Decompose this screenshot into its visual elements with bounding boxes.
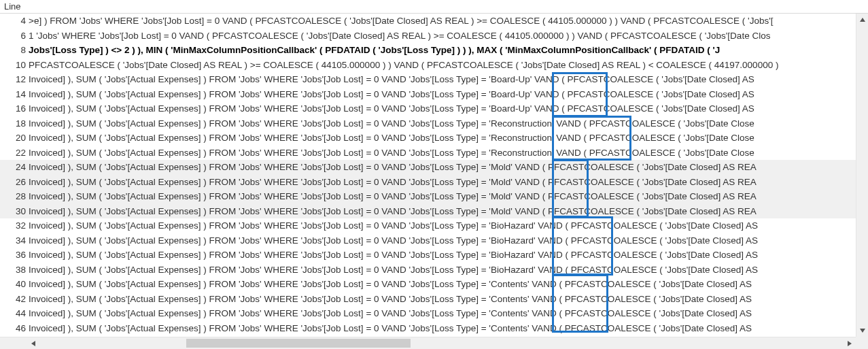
line-text: Invoiced] ), SUM ( 'Jobs'[Actual Expense…: [29, 292, 752, 307]
line-text: PFCASTCOALESCE ( 'Jobs'[Date Closed] AS …: [29, 58, 778, 73]
line-number: 28: [1, 189, 26, 204]
line-number: 10: [1, 58, 26, 73]
line-number: 22: [1, 146, 26, 161]
line-number: 38: [1, 263, 26, 278]
line-number: 40: [1, 277, 26, 292]
column-header-line[interactable]: Line: [0, 0, 868, 14]
vertical-scrollbar[interactable]: [856, 14, 868, 337]
line-number: 42: [1, 292, 26, 307]
scroll-left-arrow-icon[interactable]: [27, 337, 39, 349]
line-text: Invoiced] ), SUM ( 'Jobs'[Actual Expense…: [29, 189, 757, 204]
line-text: Invoiced] ), SUM ( 'Jobs'[Actual Expense…: [29, 306, 752, 321]
line-text: Jobs'[Loss Type] ) <> 2 ) ), MIN ( 'MinM…: [29, 43, 720, 58]
code-row[interactable]: 22Invoiced] ), SUM ( 'Jobs'[Actual Expen…: [0, 146, 856, 161]
line-text: Invoiced] ), SUM ( 'Jobs'[Actual Expense…: [29, 72, 754, 87]
scroll-corner: [856, 337, 868, 349]
line-number: 12: [1, 72, 26, 87]
line-number: 14: [1, 87, 26, 102]
line-text: Invoiced] ), SUM ( 'Jobs'[Actual Expense…: [29, 218, 758, 233]
code-row[interactable]: 26Invoiced] ), SUM ( 'Jobs'[Actual Expen…: [0, 175, 856, 190]
code-row[interactable]: 32Invoiced] ), SUM ( 'Jobs'[Actual Expen…: [0, 218, 856, 233]
line-number: 16: [1, 101, 26, 116]
line-text: Invoiced] ), SUM ( 'Jobs'[Actual Expense…: [29, 248, 758, 263]
line-number: 32: [1, 218, 26, 233]
code-row[interactable]: 36Invoiced] ), SUM ( 'Jobs'[Actual Expen…: [0, 248, 856, 263]
line-text: 1 'Jobs' WHERE 'Jobs'[Job Lost] = 0 VAND…: [29, 29, 770, 44]
line-number: 44: [1, 306, 26, 321]
code-row[interactable]: 30Invoiced] ), SUM ( 'Jobs'[Actual Expen…: [0, 204, 856, 219]
content-area: 4>e] ) FROM 'Jobs' WHERE 'Jobs'[Job Lost…: [0, 14, 868, 349]
line-text: Invoiced] ), SUM ( 'Jobs'[Actual Expense…: [29, 277, 752, 292]
line-text: >e] ) FROM 'Jobs' WHERE 'Jobs'[Job Lost]…: [29, 14, 774, 29]
code-row[interactable]: 24Invoiced] ), SUM ( 'Jobs'[Actual Expen…: [0, 160, 856, 175]
code-row[interactable]: 44Invoiced] ), SUM ( 'Jobs'[Actual Expen…: [0, 306, 856, 321]
line-text: Invoiced] ), SUM ( 'Jobs'[Actual Expense…: [29, 321, 752, 336]
line-number: 6: [1, 29, 26, 44]
line-number: 20: [1, 131, 26, 146]
code-row[interactable]: 8Jobs'[Loss Type] ) <> 2 ) ), MIN ( 'Min…: [0, 43, 856, 58]
scroll-up-arrow-icon[interactable]: [856, 14, 868, 26]
line-number: 36: [1, 248, 26, 263]
code-row[interactable]: 38Invoiced] ), SUM ( 'Jobs'[Actual Expen…: [0, 263, 856, 278]
code-row[interactable]: 16Invoiced] ), SUM ( 'Jobs'[Actual Expen…: [0, 101, 856, 116]
line-text: Invoiced] ), SUM ( 'Jobs'[Actual Expense…: [29, 263, 758, 278]
horizontal-scroll-thumb[interactable]: [186, 339, 411, 348]
horizontal-scrollbar[interactable]: [0, 337, 856, 349]
line-number: 30: [1, 204, 26, 219]
code-row[interactable]: 28Invoiced] ), SUM ( 'Jobs'[Actual Expen…: [0, 189, 856, 204]
query-trace-window: Line 4>e] ) FROM 'Jobs' WHERE 'Jobs'[Job…: [0, 0, 868, 349]
code-row[interactable]: 18Invoiced] ), SUM ( 'Jobs'[Actual Expen…: [0, 116, 856, 131]
line-number: 34: [1, 233, 26, 248]
line-number: 8: [1, 43, 26, 58]
line-number: 46: [1, 321, 26, 336]
code-row[interactable]: 4>e] ) FROM 'Jobs' WHERE 'Jobs'[Job Lost…: [0, 14, 856, 29]
line-text: Invoiced] ), SUM ( 'Jobs'[Actual Expense…: [29, 87, 754, 102]
line-text: Invoiced] ), SUM ( 'Jobs'[Actual Expense…: [29, 146, 754, 161]
line-text: Invoiced] ), SUM ( 'Jobs'[Actual Expense…: [29, 101, 754, 116]
code-row[interactable]: 20Invoiced] ), SUM ( 'Jobs'[Actual Expen…: [0, 131, 856, 146]
line-number: 24: [1, 160, 26, 175]
line-text: Invoiced] ), SUM ( 'Jobs'[Actual Expense…: [29, 175, 757, 190]
line-text: Invoiced] ), SUM ( 'Jobs'[Actual Expense…: [29, 160, 757, 175]
line-number: 4: [1, 14, 26, 29]
code-row[interactable]: 14Invoiced] ), SUM ( 'Jobs'[Actual Expen…: [0, 87, 856, 102]
scroll-right-arrow-icon[interactable]: [844, 337, 856, 349]
code-row[interactable]: 40Invoiced] ), SUM ( 'Jobs'[Actual Expen…: [0, 277, 856, 292]
line-text: Invoiced] ), SUM ( 'Jobs'[Actual Expense…: [29, 116, 754, 131]
rows-viewport[interactable]: 4>e] ) FROM 'Jobs' WHERE 'Jobs'[Job Lost…: [0, 14, 856, 337]
code-row[interactable]: 42Invoiced] ), SUM ( 'Jobs'[Actual Expen…: [0, 292, 856, 307]
code-row[interactable]: 46Invoiced] ), SUM ( 'Jobs'[Actual Expen…: [0, 321, 856, 336]
scroll-down-arrow-icon[interactable]: [856, 325, 868, 337]
line-text: Invoiced] ), SUM ( 'Jobs'[Actual Expense…: [29, 131, 754, 146]
column-header-label: Line: [4, 1, 21, 12]
line-text: Invoiced] ), SUM ( 'Jobs'[Actual Expense…: [29, 204, 757, 219]
code-row[interactable]: 61 'Jobs' WHERE 'Jobs'[Job Lost] = 0 VAN…: [0, 29, 856, 44]
line-text: Invoiced] ), SUM ( 'Jobs'[Actual Expense…: [29, 233, 758, 248]
code-row[interactable]: 12Invoiced] ), SUM ( 'Jobs'[Actual Expen…: [0, 72, 856, 87]
line-number: 18: [1, 116, 26, 131]
code-row[interactable]: 34Invoiced] ), SUM ( 'Jobs'[Actual Expen…: [0, 233, 856, 248]
line-number: 26: [1, 175, 26, 190]
code-row[interactable]: 10PFCASTCOALESCE ( 'Jobs'[Date Closed] A…: [0, 58, 856, 73]
